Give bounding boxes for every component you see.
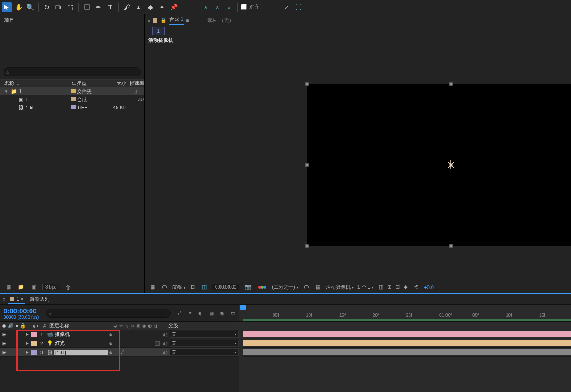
timeline-search-input[interactable] — [46, 309, 171, 318]
expand-layer-icon[interactable]: ▶ — [26, 350, 31, 354]
layer-name[interactable]: 灯光 — [54, 340, 108, 347]
fast-preview-icon[interactable]: 🖵 — [302, 283, 310, 291]
layer-duration-bar[interactable] — [243, 340, 571, 346]
pickwhip-icon[interactable]: @ — [163, 332, 168, 337]
composition-canvas[interactable] — [307, 84, 571, 246]
snapshot-icon[interactable]: 📷 — [243, 283, 253, 291]
delete-icon[interactable]: 🗑 — [64, 283, 72, 291]
motion-blur-icon[interactable]: ◉ — [220, 310, 225, 316]
pixel-aspect-icon[interactable]: ◫ — [377, 283, 385, 291]
transform-handle[interactable] — [305, 163, 309, 167]
shy-icon[interactable]: ◐ — [198, 310, 203, 316]
frame-blend-icon[interactable]: ▦ — [209, 310, 214, 316]
timeline-icon[interactable]: ▦ — [314, 283, 322, 291]
solo-col-icon[interactable]: ● — [15, 323, 18, 329]
col-type[interactable]: 类型 — [77, 80, 108, 87]
parent-dropdown[interactable]: 无▾ — [170, 349, 239, 356]
visibility-toggle[interactable]: ◉ — [2, 349, 6, 355]
layer-switches[interactable]: ⬙ — [108, 341, 162, 346]
transform-handle[interactable] — [449, 82, 453, 86]
view-axis[interactable]: ⋏ — [224, 2, 234, 12]
expand-layer-icon[interactable]: ▶ — [26, 332, 31, 336]
graph-editor-icon[interactable]: ▭ — [231, 310, 235, 316]
orbit-tool[interactable]: ↻ — [42, 2, 52, 12]
layer-duration-bar[interactable] — [243, 349, 571, 355]
pickwhip-icon[interactable]: @ — [163, 350, 168, 355]
current-timecode[interactable]: 0:00:00:00 — [4, 307, 39, 315]
expand-layer-icon[interactable]: ▶ — [26, 341, 31, 345]
reset-exposure-icon[interactable]: ⟲ — [413, 283, 420, 291]
eraser-tool[interactable]: ◆ — [145, 2, 155, 12]
col-name[interactable]: 名称 — [4, 80, 14, 86]
switches-col[interactable]: ⬙✳╲fx▣◉◐◑ — [112, 323, 166, 328]
close-tab-icon[interactable]: × — [148, 18, 150, 23]
footage-tab[interactable]: 素材 （无） — [207, 17, 234, 24]
roi-icon[interactable]: ◫ — [200, 283, 208, 291]
transform-handle[interactable] — [449, 244, 453, 248]
type-tool[interactable]: T — [105, 2, 115, 12]
world-axis[interactable]: ⋏ — [212, 2, 222, 12]
transform-handle[interactable] — [305, 244, 309, 248]
layer-row[interactable]: ◉ ▶ 3 🖼 [1.tif] ⬙╱ @ 无▾ — [0, 348, 239, 357]
composition-tab[interactable]: 合成 1 — [169, 16, 183, 25]
camera-dropdown[interactable]: 活动摄像机 ▾ — [326, 284, 354, 290]
pen-tool[interactable]: ✒ — [94, 2, 103, 12]
track-row[interactable] — [243, 348, 571, 357]
layer-label-swatch[interactable] — [31, 341, 37, 346]
comp-flowchart-icon[interactable]: ⇄ — [178, 310, 182, 316]
project-search-input[interactable] — [4, 67, 141, 76]
pickwhip-icon[interactable]: @ — [163, 341, 168, 346]
layer-switches[interactable]: ⬙╱ — [108, 350, 162, 355]
col-size[interactable]: 大小 — [108, 80, 129, 87]
comp-flow-item[interactable]: 1 — [152, 27, 165, 35]
transform-handle[interactable] — [305, 82, 309, 86]
lock-icon[interactable]: 🔒 — [160, 18, 166, 23]
layer-switches[interactable]: ⬙ — [108, 332, 162, 337]
layer-label-swatch[interactable] — [31, 350, 37, 355]
number-col[interactable]: # — [39, 323, 48, 329]
shape-tool[interactable] — [82, 2, 92, 12]
timeline-comp-tab[interactable]: 1 ≡ — [8, 295, 25, 304]
layer-duration-bar[interactable] — [243, 331, 571, 337]
mask-icon[interactable]: ◆ — [402, 283, 409, 291]
bit-depth-button[interactable]: 8 bpc — [42, 284, 59, 290]
new-comp-icon[interactable]: ▣ — [30, 283, 38, 291]
grid-icon[interactable]: ⊞ — [386, 283, 393, 291]
resolution-icon[interactable]: ⊞ — [189, 283, 197, 291]
hand-tool[interactable]: ✋ — [13, 2, 23, 12]
timeline-track-area[interactable]: 05f10f15f20f25f01:00f05f10f15f — [239, 305, 571, 392]
snap-checkbox[interactable] — [241, 4, 247, 10]
visibility-toggle[interactable]: ◉ — [2, 340, 6, 346]
layer-row[interactable]: ◉ ▶ 1 📹 摄像机 ⬙ @ 无▾ — [0, 330, 239, 339]
composition-viewer[interactable] — [145, 45, 571, 281]
visibility-toggle[interactable]: ◉ — [2, 331, 6, 337]
layer-name[interactable]: 摄像机 — [54, 331, 108, 338]
transparency-grid-icon[interactable]: 🖵 — [160, 283, 169, 291]
project-item[interactable]: ▼📁1 文件夹 ⊡ — [0, 87, 144, 95]
collapse-icon[interactable]: ↙ — [282, 2, 292, 12]
expand-icon[interactable]: ⛶ — [293, 2, 303, 12]
light-gizmo-icon[interactable] — [446, 160, 456, 170]
col-label-icon[interactable]: 🏷 — [70, 80, 77, 86]
parent-dropdown[interactable]: 无▾ — [170, 331, 239, 338]
camera-tool[interactable] — [54, 2, 63, 12]
layer-row[interactable]: ◉ ▶ 2 💡 灯光 ⬙ @ 无▾ — [0, 339, 239, 348]
zoom-dropdown[interactable]: 50% ▾ — [172, 285, 185, 290]
layer-name[interactable]: [1.tif] — [54, 350, 108, 355]
puppet-tool[interactable]: 📌 — [169, 2, 179, 12]
close-tab-icon[interactable]: × — [3, 297, 5, 302]
time-ruler[interactable]: 05f10f15f20f25f01:00f05f10f15f — [239, 305, 571, 322]
render-queue-tab[interactable]: 渲染队列 — [28, 295, 51, 304]
channel-icon[interactable] — [256, 283, 268, 291]
clone-tool[interactable]: ▲ — [134, 2, 144, 12]
work-area-bar[interactable] — [243, 319, 571, 321]
label-swatch[interactable] — [71, 105, 76, 109]
track-row[interactable] — [243, 339, 571, 348]
layer-label-swatch[interactable] — [31, 332, 37, 337]
timecode-display[interactable]: 0:00:00:00 — [212, 284, 239, 290]
lock-col-icon[interactable]: 🔒 — [20, 323, 26, 329]
new-folder-icon[interactable]: 📁 — [17, 283, 25, 291]
label-swatch[interactable] — [71, 97, 76, 101]
views-dropdown[interactable]: 1 个... ▾ — [357, 284, 373, 290]
always-preview-icon[interactable]: ▦ — [148, 283, 157, 291]
